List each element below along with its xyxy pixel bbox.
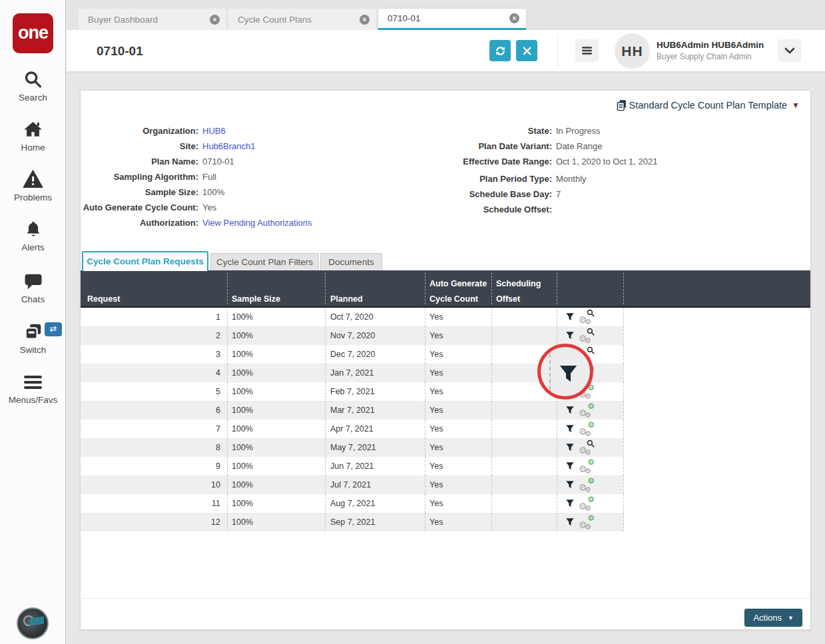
sidebar-item-problems[interactable]: Problems — [0, 169, 66, 202]
detail-site: SiteHub6Branch1 — [81, 141, 256, 151]
refresh-icon — [495, 45, 506, 57]
green-gear-icon: ⚙ — [587, 477, 595, 485]
generate-cycle-count-icon[interactable]: ⚙⚙ ⚙ — [579, 460, 596, 473]
table-row[interactable]: 6 100% Mar 7, 2021 Yes ⚙⚙ ⚙ — [81, 401, 623, 420]
refresh-button[interactable] — [489, 40, 511, 61]
assistant-bot-button[interactable] — [17, 607, 49, 639]
tab-documents[interactable]: Documents — [320, 253, 382, 271]
sidebar-item-search[interactable]: Search — [0, 69, 66, 103]
cell-auto-generate: Yes — [429, 513, 443, 531]
generate-cycle-count-icon[interactable]: ⚙⚙ ⚙ — [579, 423, 596, 436]
green-gear-icon: ⚙ — [587, 495, 595, 503]
col-scheduling-line2: Offset — [496, 294, 520, 304]
highlight-annotation-circle — [537, 344, 593, 400]
card-footer: Actions ▼ — [81, 598, 810, 630]
switch-icon — [23, 322, 43, 342]
organization-link[interactable]: HUB6 — [202, 126, 226, 136]
page-title: 0710-01 — [97, 30, 143, 72]
cell-planned: Apr 7, 2021 — [330, 420, 374, 438]
close-icon[interactable]: × — [509, 13, 519, 23]
cell-request: 12 — [81, 513, 220, 531]
tab-cycle-count-plan-filters[interactable]: Cycle Count Plan Filters — [210, 253, 319, 271]
green-gear-icon: ⚙ — [587, 421, 595, 429]
green-gear-icon: ⚙ — [587, 458, 595, 466]
cell-auto-generate: Yes — [429, 438, 443, 457]
sidebar-item-menus-favs[interactable]: Menus/Favs — [0, 373, 66, 405]
sidebar-item-chats[interactable]: Chats — [0, 272, 66, 304]
generate-cycle-count-icon[interactable]: ⚙⚙ ⚙ — [579, 442, 596, 454]
cell-planned: Mar 7, 2021 — [330, 401, 375, 420]
generate-cycle-count-icon[interactable]: ⚙⚙ ⚙ — [579, 497, 596, 510]
table-row[interactable]: 8 100% May 7, 2021 Yes ⚙⚙ ⚙ — [81, 438, 623, 457]
generate-cycle-count-icon[interactable]: ⚙⚙ ⚙ — [579, 330, 596, 342]
detail-organization: OrganizationHUB6 — [81, 126, 226, 136]
cell-sample-size: 100% — [232, 345, 253, 364]
actions-button[interactable]: Actions ▼ — [744, 609, 802, 627]
filter-icon[interactable] — [565, 406, 575, 415]
table-header: Request Sample Size Planned Auto Generat… — [81, 270, 810, 308]
tab-cycle-count-plans[interactable]: Cycle Count Plans × — [228, 9, 376, 30]
magnifier-icon — [587, 346, 595, 354]
generate-cycle-count-icon[interactable]: ⚙⚙ ⚙ — [579, 479, 596, 491]
cell-planned: Oct 7, 2020 — [330, 308, 374, 326]
table-row[interactable]: 12 100% Sep 7, 2021 Yes ⚙⚙ ⚙ — [81, 513, 623, 531]
table-row[interactable]: 7 100% Apr 7, 2021 Yes ⚙⚙ ⚙ — [81, 420, 623, 438]
avatar[interactable]: HH — [615, 33, 650, 69]
template-selector-label: Standard Cycle Count Plan Template — [629, 100, 788, 111]
detail-plan-period-type: Plan Period TypeMonthly — [367, 174, 587, 184]
filter-icon[interactable] — [565, 331, 575, 340]
generate-cycle-count-icon[interactable]: ⚙⚙ ⚙ — [579, 516, 596, 529]
sidebar-item-home[interactable]: Home — [0, 120, 66, 153]
switch-badge-icon: ⇄ — [45, 322, 62, 336]
table-body: 1 100% Oct 7, 2020 Yes ⚙⚙ ⚙ 2 100% Nov 7… — [81, 308, 623, 531]
table-row[interactable]: 11 100% Aug 7, 2021 Yes ⚙⚙ ⚙ — [81, 494, 623, 513]
magnifier-icon — [587, 440, 595, 448]
filter-icon[interactable] — [565, 312, 575, 322]
hamburger-icon — [24, 373, 42, 392]
filter-icon[interactable] — [565, 480, 575, 489]
cell-row-actions: ⚙⚙ ⚙ — [557, 457, 623, 476]
tab-0710-01[interactable]: 0710-01 × — [378, 9, 526, 30]
hamburger-icon — [581, 46, 593, 55]
detail-sampling-algorithm: Sampling AlgorithmFull — [81, 172, 216, 182]
sidebar-item-alerts[interactable]: Alerts — [0, 219, 66, 252]
user-menu-button[interactable] — [778, 39, 801, 62]
detail-plan-date-variant: Plan Date VariantDate Range — [367, 141, 602, 151]
close-view-button[interactable] — [516, 40, 537, 61]
filter-icon[interactable] — [565, 424, 575, 434]
close-icon[interactable]: × — [360, 15, 370, 25]
cell-auto-generate: Yes — [429, 382, 443, 401]
close-icon[interactable]: × — [210, 15, 220, 25]
detail-state: StateIn Progress — [367, 126, 600, 136]
cell-auto-generate: Yes — [429, 308, 443, 326]
cell-sample-size: 100% — [232, 476, 253, 494]
cell-auto-generate: Yes — [429, 494, 443, 513]
filter-icon[interactable] — [565, 517, 575, 527]
divider — [549, 347, 551, 396]
gear-icon: ⚙ — [585, 337, 591, 344]
site-link[interactable]: Hub6Branch1 — [202, 141, 256, 151]
cell-auto-generate: Yes — [429, 420, 443, 438]
context-menu-button[interactable] — [575, 39, 599, 62]
cell-row-actions: ⚙⚙ ⚙ — [557, 308, 623, 326]
table-row[interactable]: 1 100% Oct 7, 2020 Yes ⚙⚙ ⚙ — [81, 308, 623, 326]
tab-cycle-count-plan-requests[interactable]: Cycle Count Plan Requests — [82, 251, 208, 271]
cell-sample-size: 100% — [232, 326, 253, 345]
filter-icon[interactable] — [565, 443, 575, 452]
table-row[interactable]: 2 100% Nov 7, 2020 Yes ⚙⚙ ⚙ — [81, 326, 623, 345]
table-row[interactable]: 10 100% Jul 7, 2021 Yes ⚙⚙ ⚙ — [81, 476, 623, 494]
cell-auto-generate: Yes — [429, 401, 443, 420]
cell-auto-generate: Yes — [429, 476, 443, 494]
one-logo[interactable]: one — [13, 13, 53, 53]
cell-row-actions: ⚙⚙ ⚙ — [557, 326, 623, 345]
filter-icon[interactable] — [565, 499, 575, 508]
table-row[interactable]: 9 100% Jun 7, 2021 Yes ⚙⚙ ⚙ — [81, 457, 623, 476]
filter-icon[interactable] — [565, 462, 575, 471]
tab-buyer-dashboard[interactable]: Buyer Dashboard × — [79, 9, 226, 30]
generate-cycle-count-icon[interactable]: ⚙⚙ ⚙ — [579, 311, 596, 324]
home-icon — [23, 120, 43, 140]
gear-icon: ⚙ — [585, 523, 591, 531]
view-pending-authorizations-link[interactable]: View Pending Authorizations — [202, 218, 312, 228]
generate-cycle-count-icon[interactable]: ⚙⚙ ⚙ — [579, 404, 596, 417]
template-selector[interactable]: Standard Cycle Count Plan Template ▼ — [616, 99, 800, 111]
